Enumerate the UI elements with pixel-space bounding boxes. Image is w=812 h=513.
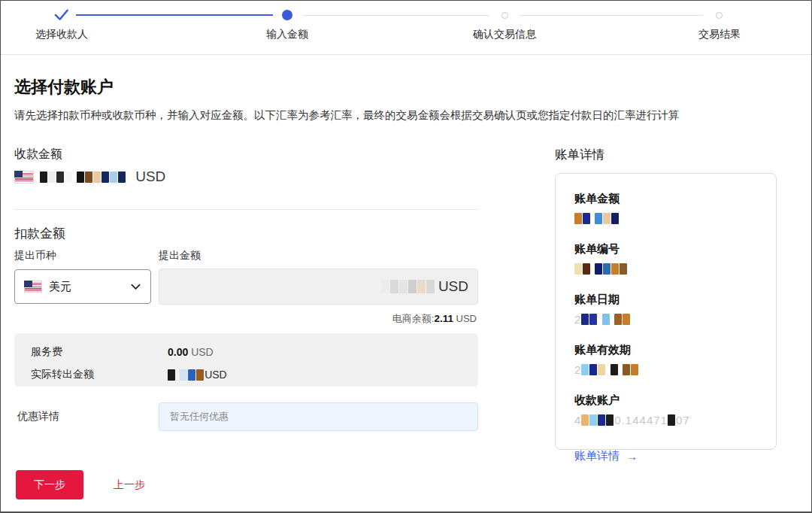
- bill-date-redacted: 2: [574, 313, 776, 326]
- service-fee-value: 0.00 USD: [168, 346, 214, 358]
- actual-out-label: 实际转出金额: [31, 368, 168, 381]
- stepper: 选择收款人 输入金额 确认交易信息 交易结果: [1, 1, 811, 55]
- receive-amount-label: 收款金额: [14, 147, 62, 162]
- step-pending-dot: [501, 12, 508, 19]
- bill-date-label: 账单日期: [574, 293, 776, 307]
- deduct-amount-label: 扣款金额: [14, 225, 65, 242]
- receiving-account-redacted: 40.14447107: [574, 414, 776, 426]
- step-label-confirm-info: 确认交易信息: [473, 28, 536, 41]
- currency-select-value: 美元: [49, 280, 71, 294]
- receive-amount-redacted: [40, 171, 126, 184]
- divider: [14, 209, 478, 210]
- promo-empty-text: 暂无任何优惠: [170, 410, 229, 423]
- page-title: 选择付款账户: [14, 76, 114, 99]
- bill-amount-label: 账单金额: [574, 192, 776, 206]
- amount-input-currency: USD: [438, 278, 468, 295]
- bill-number-item: 账单编号: [574, 242, 776, 275]
- step-label-select-payee[interactable]: 选择收款人: [35, 28, 88, 41]
- actual-out-currency: USD: [205, 369, 227, 381]
- balance-amount: 2.11: [434, 313, 453, 324]
- amount-input[interactable]: USD: [159, 269, 478, 305]
- balance-prefix: 电商余额:: [392, 313, 435, 324]
- service-fee-row: 服务费 0.00 USD: [31, 343, 478, 361]
- ecommerce-balance: 电商余额:2.11 USD: [392, 312, 477, 326]
- service-fee-currency: USD: [188, 346, 213, 358]
- receive-currency: USD: [135, 168, 165, 185]
- stepper-connector-pending: [303, 15, 489, 16]
- receiving-account-label: 收款账户: [574, 393, 776, 408]
- main-content: 选择付款账户 请先选择扣款币种或收款币种，并输入对应金额。以下汇率为参考汇率，最…: [1, 56, 811, 513]
- service-fee-label: 服务费: [31, 345, 168, 359]
- withdraw-currency-label: 提出币种: [14, 249, 56, 263]
- bill-amount-item: 账单金额: [574, 192, 776, 225]
- bill-number-label: 账单编号: [574, 242, 776, 256]
- step-label-enter-amount[interactable]: 输入金额: [266, 28, 308, 41]
- page-subtitle: 请先选择扣款币种或收款币种，并输入对应金额。以下汇率为参考汇率，最终的交易金额会…: [14, 108, 680, 123]
- arrow-right-icon: →: [626, 450, 638, 463]
- bill-details-link-label: 账单详情: [574, 449, 620, 463]
- bill-validity-redacted: 2: [574, 363, 776, 376]
- stepper-connector-done: [76, 14, 273, 16]
- amount-value-redacted: [381, 281, 435, 293]
- receive-amount-row: USD: [14, 168, 165, 185]
- currency-select[interactable]: 美元: [14, 269, 151, 304]
- next-step-button[interactable]: 下一步: [16, 470, 83, 499]
- withdraw-amount-label: 提出金额: [159, 249, 201, 263]
- step-active-dot: [282, 10, 292, 20]
- transfer-amount-page: { "stepper": { "steps": [ { "label": "选择…: [0, 0, 812, 513]
- bill-validity-label: 账单有效期: [574, 343, 776, 357]
- bill-validity-item: 账单有效期 2: [574, 343, 776, 376]
- bill-details-link[interactable]: 账单详情 →: [574, 449, 776, 463]
- bill-details-card: 账单金额 账单编号 账单日期 2 账单有效期 2 收款账户 40.1444710…: [555, 173, 777, 450]
- actual-out-redacted: [168, 369, 205, 381]
- balance-currency: USD: [453, 313, 477, 324]
- step-label-result: 交易结果: [698, 28, 741, 41]
- promo-label: 优惠详情: [17, 410, 59, 423]
- us-flag-icon: [24, 281, 42, 293]
- step-pending-dot: [716, 12, 723, 19]
- us-flag-icon: [14, 171, 34, 184]
- chevron-down-icon: [130, 281, 141, 293]
- bill-date-item: 账单日期 2: [574, 293, 776, 326]
- prev-step-button[interactable]: 上一步: [114, 478, 145, 492]
- step-done-check-icon: [53, 6, 70, 23]
- bill-details-title: 账单详情: [555, 147, 604, 163]
- bill-amount-redacted: [574, 212, 776, 225]
- stepper-connector-pending: [520, 15, 703, 16]
- service-fee-amount: 0.00: [168, 346, 188, 358]
- promo-input[interactable]: 暂无任何优惠: [159, 402, 478, 431]
- bill-number-redacted: [574, 263, 776, 275]
- actual-out-row: 实际转出金额 USD: [31, 366, 478, 384]
- receiving-account-item: 收款账户 40.14447107: [574, 393, 776, 426]
- fee-summary-box: 服务费 0.00 USD 实际转出金额 USD: [14, 333, 478, 387]
